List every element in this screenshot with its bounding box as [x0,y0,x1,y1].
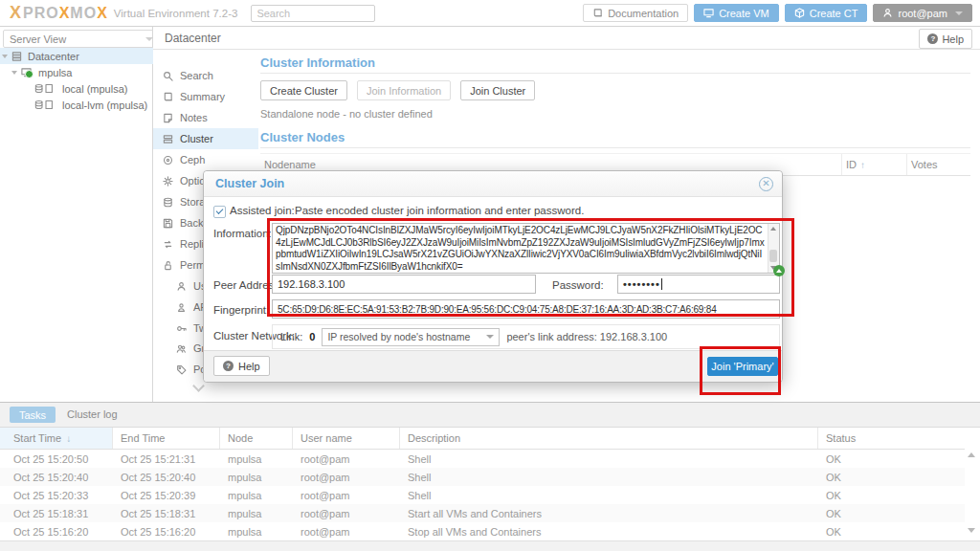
ceph-icon [163,155,173,165]
dialog-help-button[interactable]: ? Help [213,356,270,376]
version-subtitle: Virtual Environment 7.2-3 [114,8,238,19]
table-row[interactable]: Oct 25 15:16:20Oct 25 15:16:20mpulsaroot… [0,522,965,541]
tree-item-datacenter[interactable]: Datacenter [0,48,153,64]
dialog-header[interactable]: Cluster Join ✕ [204,171,782,197]
information-label: Information: [213,228,272,239]
datacenter-icon [11,51,22,61]
column-header-votes[interactable]: Votes [907,154,970,175]
fingerprint-label: Fingerprint: [213,304,269,316]
question-icon: ? [223,361,234,371]
question-icon: ? [927,33,938,44]
sort-desc-icon: ↓ [66,433,71,444]
panel-bottom-strip [0,540,980,551]
chevron-down-icon [486,335,494,339]
link-address-select[interactable]: IP resolved by node's hostname [322,328,500,346]
annotation-rectangle-join-button [700,346,781,395]
users-group-icon [176,343,187,354]
assisted-join-label: Assisted join: [230,205,295,216]
assisted-join-hint: Paste encoded cluster join information a… [295,205,584,216]
column-header-node[interactable]: Node [220,428,293,449]
create-ct-button[interactable]: Create CT [785,4,868,22]
sort-asc-icon: ↑ [860,160,865,170]
menu-item-notes[interactable]: Notes [153,107,258,128]
chevron-down-icon [955,11,963,15]
tasks-panel: Tasks Cluster log Start Time↓ End Time N… [0,402,980,551]
top-bar-actions: Documentation Create VM Create CT root@p… [583,4,972,22]
menu-item-cluster[interactable]: Cluster [153,128,258,149]
scroll-down-icon[interactable] [968,528,975,533]
scroll-up-icon[interactable] [968,452,975,457]
menu-item-ceph[interactable]: Ceph [153,149,258,170]
join-information-button[interactable]: Join Information [357,80,451,100]
help-button[interactable]: ? Help [919,29,972,49]
table-row[interactable]: Oct 25 15:20:33Oct 25 15:20:39mpulsaroot… [0,486,965,505]
floppy-icon [163,218,173,229]
column-header-user-name[interactable]: User name [293,428,400,449]
book-icon [592,8,603,18]
proxmox-logo: XPROXMOX [10,3,108,23]
caret-down-icon [2,55,8,58]
join-cluster-button[interactable]: Join Cluster [460,80,535,100]
tab-tasks[interactable]: Tasks [10,407,56,423]
divider [260,147,970,148]
tasks-tab-strip: Tasks Cluster log [0,403,980,428]
cluster-toolbar: Create Cluster Join Information Join Clu… [260,80,535,100]
column-header-status[interactable]: Status [818,428,965,449]
note-icon [163,113,173,123]
column-header-end-time[interactable]: End Time [113,428,220,449]
divider [260,73,970,74]
top-bar: XPROXMOX Virtual Environment 7.2-3 Docum… [0,0,980,27]
user-outline-icon [176,302,187,313]
column-header-id[interactable]: ID↑ [842,154,907,175]
tree-item-storage-local[interactable]: local (mpulsa) [0,80,153,97]
content-header: Datacenter ? Help [153,27,980,50]
monitor-icon [703,8,714,18]
tree-item-storage-local-lvm[interactable]: local-lvm (mpulsa) [0,97,153,113]
chevron-down-icon [145,37,153,41]
close-icon[interactable]: ✕ [759,177,773,191]
key-icon [176,323,187,334]
storage-icon [34,83,57,94]
tag-icon [176,364,187,375]
tree-item-node-mpulsa[interactable]: mpulsa [0,64,153,80]
green-marker-icon [773,265,785,276]
create-cluster-button[interactable]: Create Cluster [260,80,347,100]
search-icon [163,71,173,81]
standalone-status-text: Standalone node - no cluster defined [260,108,433,120]
menu-item-search[interactable]: Search [153,65,258,86]
documentation-button[interactable]: Documentation [583,4,688,22]
link-number: 0 [309,331,315,342]
column-header-start-time[interactable]: Start Time↓ [0,428,113,449]
menu-scroll-down-icon[interactable] [192,380,205,392]
gear-icon [163,176,173,187]
dialog-title: Cluster Join [215,177,284,190]
user-icon [882,8,893,18]
book-icon [163,92,173,102]
user-icon [176,281,187,292]
caret-down-icon [11,71,17,75]
cluster-icon [163,134,173,144]
link-label: Link: [280,331,302,342]
menu-item-summary[interactable]: Summary [153,86,258,107]
cube-icon [794,8,805,18]
proxmox-mark-icon: X [10,3,22,23]
user-menu-button[interactable]: root@pam [873,4,972,22]
online-status-icon [25,70,33,78]
table-row[interactable]: Oct 25 15:18:31Oct 25 15:18:31mpulsaroot… [0,504,965,523]
assisted-join-checkbox[interactable] [213,206,226,218]
dialog-footer: ? Help Join 'Primary' [204,350,782,382]
cluster-information-title: Cluster Information [260,55,375,70]
create-vm-button[interactable]: Create VM [694,4,779,22]
table-row[interactable]: Oct 25 15:20:50Oct 25 15:21:31mpulsaroot… [0,450,965,469]
proxmox-app: XPROXMOX Virtual Environment 7.2-3 Docum… [0,0,980,551]
search-input[interactable] [251,5,375,22]
tasks-table-header: Start Time↓ End Time Node User name Desc… [0,428,965,450]
storage-icon [163,197,173,208]
table-row[interactable]: Oct 25 15:20:40Oct 25 15:20:40mpulsaroot… [0,468,965,487]
cluster-nodes-title: Cluster Nodes [260,130,345,144]
unlock-icon [163,260,173,271]
peer-link-address-text: peer's link address: 192.168.3.100 [506,331,667,342]
tab-cluster-log[interactable]: Cluster log [67,408,118,420]
view-selector[interactable]: Server View [3,30,160,48]
column-header-description[interactable]: Description [400,428,818,449]
